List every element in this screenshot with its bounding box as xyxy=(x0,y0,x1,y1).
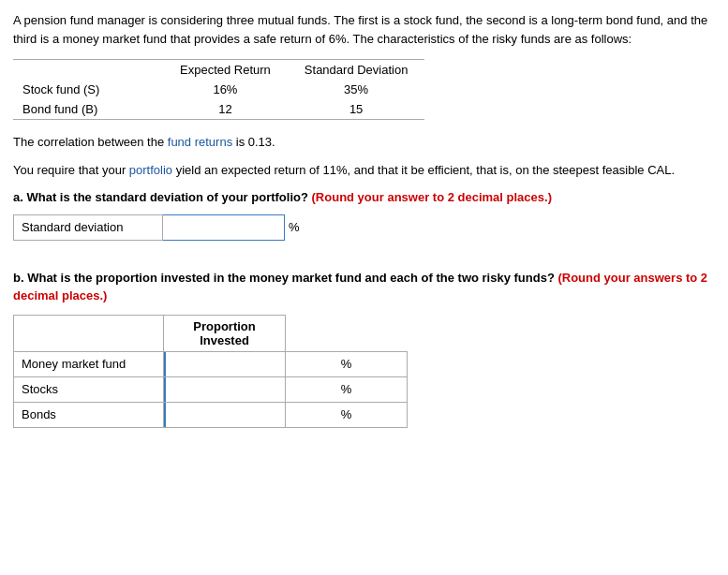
bond-fund-row: Bond fund (B) 12 15 xyxy=(13,99,424,120)
stock-fund-return: 16% xyxy=(163,80,288,99)
bonds-row: Bonds % xyxy=(14,402,408,427)
bond-fund-stddev: 15 xyxy=(288,99,425,120)
money-market-fund-input[interactable] xyxy=(164,352,276,376)
money-market-fund-unit: % xyxy=(286,351,408,376)
stocks-row: Stocks % xyxy=(14,376,408,402)
question-b-text: What is the proportion invested in the m… xyxy=(27,271,557,285)
proportion-invested-header: ProportionInvested xyxy=(164,315,286,351)
stock-fund-row: Stock fund (S) 16% 35% xyxy=(13,80,424,99)
bond-fund-return: 12 xyxy=(163,99,288,120)
correlation-prefix: The correlation between the xyxy=(13,135,168,149)
correlation-highlight: fund returns xyxy=(168,135,232,149)
standard-deviation-row: Standard deviation % xyxy=(13,214,715,241)
money-market-fund-input-cell xyxy=(164,351,286,376)
bonds-label: Bonds xyxy=(14,402,164,427)
question-b-label: b. What is the proportion invested in th… xyxy=(13,269,715,305)
expected-return-header: Expected Return xyxy=(163,60,288,81)
yield-text: You require that your portfolio yield an… xyxy=(13,161,715,180)
yield-suffix: yield an expected return of 11%, and tha… xyxy=(172,163,675,177)
fund-characteristics-table: Expected Return Standard Deviation Stock… xyxy=(13,59,424,120)
money-market-fund-label: Money market fund xyxy=(14,351,164,376)
money-market-fund-row: Money market fund % xyxy=(14,351,408,376)
bonds-input[interactable] xyxy=(164,403,276,427)
yield-highlight: portfolio xyxy=(129,163,172,177)
standard-deviation-label: Standard deviation xyxy=(13,214,163,241)
correlation-text: The correlation between the fund returns… xyxy=(13,133,715,152)
question-b-section: b. What is the proportion invested in th… xyxy=(13,269,715,428)
yield-prefix: You require that your xyxy=(13,163,129,177)
bond-fund-label: Bond fund (B) xyxy=(13,99,163,120)
stocks-label: Stocks xyxy=(14,376,164,402)
stocks-unit: % xyxy=(286,376,408,402)
correlation-suffix: is 0.13. xyxy=(232,135,275,149)
standard-deviation-input[interactable] xyxy=(163,214,285,241)
standard-deviation-unit: % xyxy=(289,220,300,234)
intro-paragraph: A pension fund manager is considering th… xyxy=(13,11,715,48)
stock-fund-label: Stock fund (S) xyxy=(13,80,163,99)
question-a-id: a. xyxy=(13,190,26,204)
stocks-input[interactable] xyxy=(164,377,276,402)
question-a-text: What is the standard deviation of your p… xyxy=(26,190,311,204)
proportion-table: ProportionInvested Money market fund % S… xyxy=(13,315,408,428)
stock-fund-stddev: 35% xyxy=(288,80,425,99)
bonds-input-cell xyxy=(164,402,286,427)
std-dev-header: Standard Deviation xyxy=(288,60,425,81)
question-a-label: a. What is the standard deviation of you… xyxy=(13,188,715,207)
stocks-input-cell xyxy=(164,376,286,402)
bonds-unit: % xyxy=(286,402,408,427)
question-a-bold: (Round your answer to 2 decimal places.) xyxy=(312,190,552,204)
question-b-id: b. xyxy=(13,271,27,285)
